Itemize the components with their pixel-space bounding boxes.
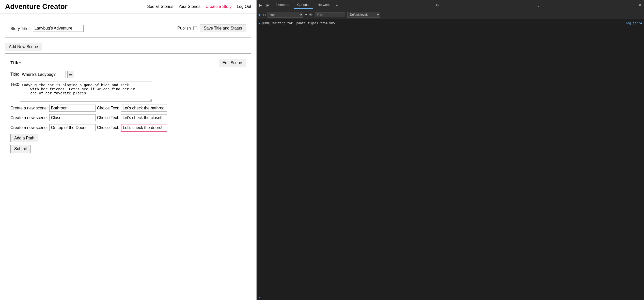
path-row-0: Create a new scene:Choice Text: <box>10 105 246 112</box>
devtools-tab-console[interactable]: Console <box>294 1 313 9</box>
story-title-right: Publish Save Title and Status <box>177 24 246 32</box>
path-scene-input-0[interactable] <box>49 105 96 112</box>
console-prompt: > <box>257 294 644 300</box>
submit-button[interactable]: Submit <box>10 145 31 153</box>
nav: See all Stories Your Stories Create a St… <box>147 4 251 9</box>
devtools-context-select[interactable]: top <box>268 12 303 18</box>
console-log-text: [HMR] Waiting for update signal from WDS… <box>261 21 623 25</box>
devtools-settings-icon[interactable]: ⚙ <box>434 2 441 8</box>
console-log-file[interactable]: log.js:24 <box>625 21 642 25</box>
devtools-more-tabs-button[interactable]: » <box>334 2 339 8</box>
app-container: Adventure Creator See all Stories Your S… <box>0 0 257 300</box>
title-list-icon[interactable]: ☰ <box>67 71 74 78</box>
nav-your-stories[interactable]: Your Stories <box>178 4 200 9</box>
path-choice-input-2[interactable] <box>121 124 167 132</box>
publish-label: Publish <box>177 26 191 31</box>
console-line-hmr: ► [HMR] Waiting for update signal from W… <box>259 21 642 25</box>
devtools-phone-icon[interactable]: ▣ <box>264 2 271 8</box>
story-title-section: Story Title: Publish Save Title and Stat… <box>5 19 251 38</box>
save-title-status-button[interactable]: Save Title and Status <box>200 24 246 32</box>
publish-checkbox[interactable] <box>193 26 197 30</box>
devtools-tab-elements[interactable]: Elements <box>272 1 293 9</box>
edit-scene-button[interactable]: Edit Scene <box>219 59 246 67</box>
story-title-input[interactable] <box>33 25 84 32</box>
path-choice-label-2: Choice Text: <box>97 125 119 130</box>
scene-editor: Title: Edit Scene Title: ☰ Text: Create … <box>5 53 251 158</box>
story-title-label: Story Title: <box>10 25 30 31</box>
app-title: Adventure Creator <box>5 3 147 11</box>
devtools-log-level-select[interactable]: Default levels <box>347 12 380 18</box>
scene-title-label: Title: <box>10 71 19 77</box>
add-scene-section: Add New Scene <box>5 43 251 51</box>
scene-title-row: Title: ☰ <box>10 71 246 78</box>
devtools-cursor-icon[interactable]: ▶ <box>258 2 263 8</box>
scene-header-title: Title: <box>10 60 21 66</box>
scene-title-input-wrapper: ☰ <box>20 71 74 78</box>
nav-see-all-stories[interactable]: See all Stories <box>147 4 173 9</box>
devtools-console: ► [HMR] Waiting for update signal from W… <box>257 19 644 294</box>
scene-text-label: Text: <box>10 81 19 87</box>
path-scene-label-0: Create a new scene: <box>10 106 48 110</box>
nav-create-story[interactable]: Create a Story <box>206 4 232 9</box>
devtools-filter-input[interactable] <box>315 12 345 17</box>
path-scene-input-1[interactable] <box>49 114 96 121</box>
devtools-stop-icon[interactable]: ○ <box>263 12 266 17</box>
devtools-panel: ▶ ▣ Elements Console Network » ⚙ ⋮ ✕ ▶ ○… <box>257 0 644 300</box>
devtools-tab-network[interactable]: Network <box>314 1 333 9</box>
scene-title-field[interactable] <box>20 71 66 78</box>
devtools-eye-icon[interactable]: 👁 <box>309 13 313 17</box>
devtools-toolbar: ▶ ▣ Elements Console Network » ⚙ ⋮ ✕ <box>257 0 644 10</box>
paths-container: Create a new scene:Choice Text:Create a … <box>10 105 246 132</box>
devtools-toolbar2: ▶ ○ top ▼ 👁 Default levels <box>257 10 644 19</box>
path-scene-label-1: Create a new scene: <box>10 116 48 120</box>
header: Adventure Creator See all Stories Your S… <box>0 0 256 14</box>
devtools-more-options-icon[interactable]: ⋮ <box>535 2 542 8</box>
path-row-2: Create a new scene:Choice Text: <box>10 124 246 132</box>
path-scene-input-2[interactable] <box>49 124 96 131</box>
nav-log-out[interactable]: Log Out <box>237 4 251 9</box>
devtools-run-icon[interactable]: ▶ <box>259 12 261 17</box>
devtools-close-icon[interactable]: ✕ <box>637 2 643 8</box>
scene-text-area[interactable] <box>20 81 152 102</box>
console-prompt-arrow: > <box>259 295 261 299</box>
path-choice-label-1: Choice Text: <box>97 116 119 120</box>
path-row-1: Create a new scene:Choice Text: <box>10 114 246 121</box>
add-path-button[interactable]: Add a Path <box>10 134 38 142</box>
scene-header: Title: Edit Scene <box>10 59 246 67</box>
devtools-select-arrow-icon: ▼ <box>305 13 307 17</box>
path-choice-input-1[interactable] <box>121 114 167 121</box>
scene-text-row: Text: <box>10 81 246 102</box>
story-title-left: Story Title: <box>10 25 84 32</box>
path-scene-label-2: Create a new scene: <box>10 125 48 130</box>
path-choice-label-0: Choice Text: <box>97 106 119 110</box>
console-expand-arrow[interactable]: ► <box>259 21 260 25</box>
add-new-scene-button[interactable]: Add New Scene <box>5 43 42 51</box>
path-choice-input-0[interactable] <box>121 105 167 112</box>
